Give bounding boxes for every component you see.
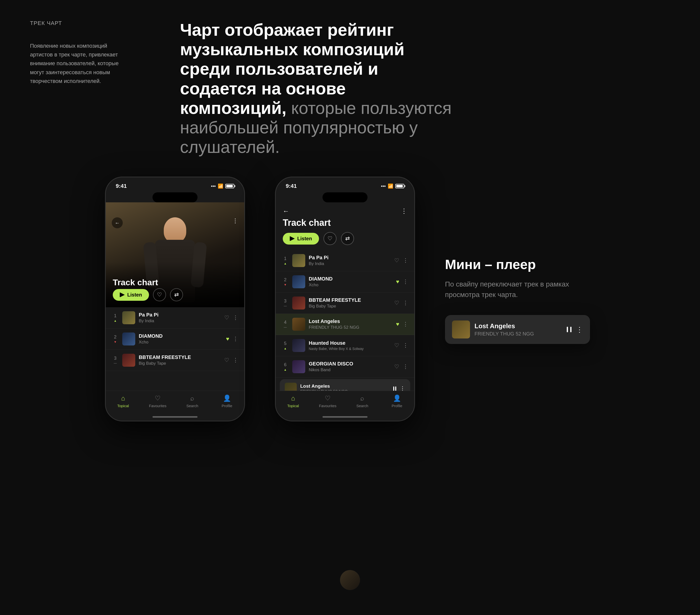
mini-player-feature: Мини – плеер По свайпу переключает трек … (445, 257, 595, 344)
track-more-1[interactable]: ⋮ (233, 315, 238, 321)
more-t2-2[interactable]: ⋮ (403, 279, 408, 285)
track-heart-3[interactable]: ♡ (224, 357, 229, 363)
nav-profile-2[interactable]: 👤 Profile (380, 395, 414, 408)
track-thumbnail-3 (122, 354, 135, 367)
back-arrow-2[interactable]: ← (283, 207, 289, 215)
phone-2: 9:41 ▪▪▪ 📶 ← ⋮ Track chart Listen (275, 177, 415, 421)
track-more-3[interactable]: ⋮ (233, 357, 238, 363)
back-button[interactable]: ← (112, 217, 123, 228)
heart-button-2[interactable]: ♡ (324, 232, 337, 245)
mp-track-name: Lost Angeles (475, 322, 562, 330)
play-icon (120, 292, 125, 297)
right-section: Мини – плеер По свайпу переключает трек … (445, 177, 595, 344)
wifi-icon-2: 📶 (388, 183, 393, 189)
heart-t2-2[interactable]: ♥ (396, 279, 399, 285)
heart-t2-3[interactable]: ♡ (394, 300, 399, 306)
mp-info: Lost Angeles FRIENDLY THUG 52 NGG (475, 322, 562, 337)
track-artist-3: Big Baby Tape (139, 361, 221, 366)
listen-label-1: Listen (127, 292, 142, 298)
heart-t2-4[interactable]: ♥ (396, 321, 399, 328)
status-bar-2: 9:41 ▪▪▪ 📶 (276, 177, 414, 190)
more-t2-4[interactable]: ⋮ (403, 321, 408, 328)
dynamic-island-2 (323, 192, 367, 202)
mini-player-card: Lost Angeles FRIENDLY THUG 52 NGG ⋮ (445, 315, 590, 344)
heart-t2-5[interactable]: ♡ (394, 342, 399, 349)
track-item-1: 1 ▲ Pa Pa Pi By India ♡ ⋮ (106, 307, 244, 329)
track-number-col-2: 2 ▼ (112, 334, 119, 344)
more-t2-1[interactable]: ⋮ (403, 257, 408, 264)
battery-icon-2 (395, 184, 404, 188)
header-more-2[interactable]: ⋮ (401, 207, 407, 215)
track-name-2: DIAMOND (139, 333, 223, 339)
trend-indicator-3: — (112, 361, 119, 365)
track-more-2[interactable]: ⋮ (233, 336, 238, 342)
pause-button-2[interactable] (393, 386, 396, 391)
more-t2-5[interactable]: ⋮ (403, 342, 408, 349)
mp-more-button[interactable]: ⋮ (576, 325, 583, 334)
listen-button-2[interactable]: Listen (283, 233, 319, 245)
track2-item-5: 5▲ Haunted HouseNasty Babe, White Boy X … (276, 335, 414, 356)
section-description: Появление новых композиций артистов в тр… (30, 41, 120, 86)
heart-t2-1[interactable]: ♡ (394, 257, 399, 264)
search-icon-2: ⌕ (360, 395, 364, 402)
battery-icon (225, 184, 234, 188)
signal-icon-2: ▪▪▪ (381, 183, 386, 189)
track-name-3: BBTEAM FREESTYLE (139, 355, 221, 360)
track-actions-3: ♡ ⋮ (224, 357, 238, 363)
nav-search-label-1: Search (186, 404, 198, 408)
heart-nav-icon: ♡ (155, 395, 161, 402)
track2-item-6: 6▲ GEORGIAN DISCONikos Band ♡⋮ (276, 356, 414, 377)
shuffle-button-1[interactable]: ⇄ (170, 288, 183, 301)
track-number-col: 1 ▲ (112, 313, 119, 322)
topical-label-2: Topical (287, 404, 299, 408)
nav-topical-label-1: Topical (117, 404, 129, 408)
status-time-1: 9:41 (116, 183, 127, 189)
listen-button-1[interactable]: Listen (113, 289, 149, 301)
mp-track-artist: FRIENDLY THUG 52 NGG (475, 331, 562, 337)
feature-title: Мини – плеер (445, 257, 595, 272)
top-right: Чарт отображает рейтинг музыкальных комп… (180, 20, 670, 157)
home-indicator-2 (323, 416, 367, 418)
main-headline: Чарт отображает рейтинг музыкальных комп… (180, 20, 455, 157)
hero-actions: Listen ♡ ⇄ (113, 288, 183, 301)
mp-pause-button[interactable] (567, 327, 572, 332)
mp-thumbnail (452, 320, 470, 338)
nav-search-2[interactable]: ⌕ Search (345, 395, 380, 408)
search-label-2: Search (356, 404, 368, 408)
nav-search-1[interactable]: ⌕ Search (175, 395, 210, 408)
heart-button-1[interactable]: ♡ (153, 288, 166, 301)
nav-topical-1[interactable]: ⌂ Topical (106, 395, 140, 408)
status-icons-2: ▪▪▪ 📶 (381, 183, 404, 189)
more-t2-6[interactable]: ⋮ (403, 363, 408, 370)
profile-icon-2: 👤 (393, 395, 401, 402)
track-thumbnail-2 (122, 332, 135, 345)
more-button[interactable]: ⋮ (232, 217, 238, 224)
home-icon-2: ⌂ (291, 395, 295, 402)
nav-profile-1[interactable]: 👤 Profile (210, 395, 245, 408)
nav-favourites-1[interactable]: ♡ Favourites (140, 395, 175, 408)
fav-icon-2: ♡ (325, 395, 330, 402)
nav-fav-label-1: Favourites (149, 404, 166, 408)
more-t2-3[interactable]: ⋮ (403, 300, 408, 306)
track-list-1: 1 ▲ Pa Pa Pi By India ♡ ⋮ 2 ▼ (106, 307, 244, 371)
home-icon: ⌂ (121, 395, 125, 402)
track-actions-1: ♡ ⋮ (224, 315, 238, 321)
track-thumbnail-1 (122, 311, 135, 324)
search-nav-icon: ⌕ (190, 395, 194, 402)
track2-thumb-1 (292, 254, 305, 267)
track-item-2: 2 ▼ DIAMOND Xcho ♥ ⋮ (106, 329, 244, 350)
track-heart-2[interactable]: ♥ (226, 336, 229, 342)
profile-nav-icon: 👤 (223, 395, 231, 402)
track2-item-1: 1▲ Pa Pa PiBy India ♡⋮ (276, 250, 414, 271)
shuffle-button-2[interactable]: ⇄ (341, 232, 354, 245)
track-number: 1 (112, 313, 119, 319)
listen-label-2: Listen (297, 236, 312, 242)
track-number-3: 3 (112, 356, 119, 361)
heart-t2-6[interactable]: ♡ (394, 363, 399, 370)
top-section: ТРЕК ЧАРТ Появление новых композиций арт… (0, 0, 700, 157)
track-name-1: Pa Pa Pi (139, 312, 221, 318)
track-heart-1[interactable]: ♡ (224, 315, 229, 321)
nav-topical-2[interactable]: ⌂ Topical (276, 395, 311, 408)
nav-favourites-2[interactable]: ♡ Favourites (311, 395, 345, 408)
section-label: ТРЕК ЧАРТ (30, 20, 130, 26)
